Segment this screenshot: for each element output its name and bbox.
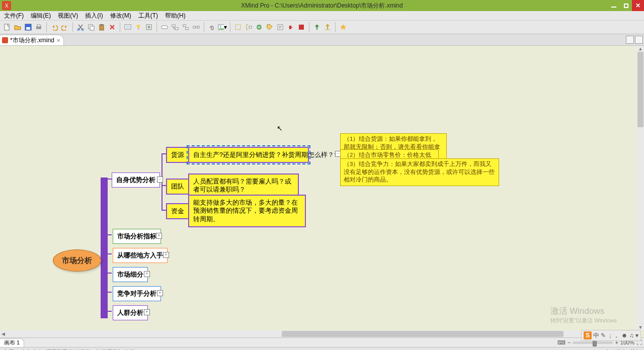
- brainstorm-button[interactable]: [133, 22, 143, 32]
- boundary-button[interactable]: [233, 22, 243, 32]
- svg-rect-12: [126, 26, 130, 28]
- ime-indicator: ⌨: [557, 339, 566, 346]
- view-minimize-icon[interactable]: [626, 36, 634, 44]
- audio-button[interactable]: [286, 22, 296, 32]
- delete-button[interactable]: [107, 22, 117, 32]
- floating-button[interactable]: [181, 22, 191, 32]
- share-button[interactable]: [312, 22, 322, 32]
- node-where-start[interactable]: 从哪些地方入手: [113, 248, 168, 263]
- paste-button[interactable]: [97, 22, 107, 32]
- redo-button[interactable]: [60, 22, 70, 32]
- node-fund-detail[interactable]: 能支持做多大的市场，多大的量？在预测销售量的情况下，要考虑资金周转周期。: [188, 195, 306, 227]
- watermark-line2: 转到"设置"以激活 Windows: [550, 317, 617, 324]
- node-self-analysis[interactable]: 自身优势分析: [112, 172, 160, 188]
- open-button[interactable]: [13, 22, 23, 32]
- toolbar-separator: [72, 22, 73, 32]
- menubar: 文件(F) 编辑(E) 视图(V) 插入(I) 修改(M) 工具(T) 帮助(H…: [0, 11, 644, 21]
- expand-toggle[interactable]: +: [156, 233, 162, 239]
- attachment-button[interactable]: [207, 22, 217, 32]
- canvas-area: 市场分析 自身优势分析 - 市场分析指标 + 从哪些地方入手 + 市场细分 + …: [0, 46, 644, 337]
- drilldown-button[interactable]: [144, 22, 154, 32]
- undo-button[interactable]: [49, 22, 59, 32]
- menu-file[interactable]: 文件(F): [2, 11, 26, 21]
- collapse-toggle[interactable]: -: [157, 177, 163, 183]
- node-source[interactable]: 货源: [166, 147, 189, 163]
- node-label: 自主生产?还是阿里分销进货？补货周期怎么样？: [193, 151, 334, 158]
- menu-help[interactable]: 帮助(H): [163, 11, 188, 21]
- relationship-button[interactable]: [191, 22, 201, 32]
- menu-modify[interactable]: 修改(M): [108, 11, 133, 21]
- sheet-bar: 画布 1 ⌨ − + 100% ⛶ S 中 ✎ ；， ☻ ♫ ▾: [0, 337, 644, 347]
- task-button[interactable]: [296, 22, 306, 32]
- cut-button[interactable]: [75, 22, 86, 32]
- svg-rect-2: [26, 27, 30, 30]
- zoom-out-icon[interactable]: −: [568, 339, 571, 345]
- svg-rect-17: [172, 25, 175, 27]
- toolbar-separator: [120, 22, 120, 32]
- expand-toggle[interactable]: +: [157, 290, 163, 296]
- view-maximize-icon[interactable]: [635, 36, 643, 44]
- svg-rect-31: [101, 178, 108, 318]
- subtopic-button[interactable]: [170, 22, 180, 32]
- windows-activation-watermark: 激活 Windows 转到"设置"以激活 Windows: [550, 305, 617, 324]
- node-label: 人员配置都有吗？需要雇人吗？或者可以请兼职吗？: [193, 178, 291, 193]
- node-label: 市场细分: [117, 271, 143, 278]
- svg-rect-16: [162, 26, 168, 29]
- new-button[interactable]: [2, 22, 12, 32]
- topic-button[interactable]: [159, 22, 170, 32]
- root-node[interactable]: 市场分析: [53, 249, 101, 272]
- scroll-up-icon[interactable]: ▲: [637, 46, 644, 52]
- ime-mode-label[interactable]: 中: [593, 331, 599, 340]
- svg-rect-0: [5, 24, 9, 30]
- hscroll-thumb[interactable]: [282, 331, 564, 337]
- node-label: 竞争对手分析: [117, 290, 156, 297]
- menu-edit[interactable]: 编辑(E): [29, 11, 53, 21]
- upload-button[interactable]: [323, 22, 333, 32]
- node-market-metrics[interactable]: 市场分析指标: [113, 229, 161, 244]
- menu-view[interactable]: 视图(V): [56, 11, 80, 21]
- svg-point-13: [137, 25, 140, 28]
- vertical-scrollbar[interactable]: ▲ ▼: [637, 46, 644, 330]
- copy-button[interactable]: [86, 22, 96, 32]
- svg-point-24: [220, 26, 221, 27]
- menu-tools[interactable]: 工具(T): [136, 11, 160, 21]
- node-crowd[interactable]: 人群分析: [113, 305, 148, 320]
- presentation-button[interactable]: [123, 22, 133, 32]
- svg-rect-22: [197, 26, 199, 28]
- sheet-tab[interactable]: 画布 1: [0, 338, 24, 347]
- window-close-button[interactable]: [632, 0, 644, 11]
- expand-toggle[interactable]: +: [163, 252, 169, 258]
- print-button[interactable]: [34, 22, 44, 32]
- vscroll-thumb[interactable]: [637, 52, 643, 127]
- ime-buttons[interactable]: ✎ ；， ☻ ♫ ▾: [601, 331, 638, 340]
- document-tab[interactable]: *市场分析.xmind ✕: [0, 35, 64, 45]
- menu-insert[interactable]: 插入(I): [83, 11, 105, 21]
- pro-button[interactable]: [338, 22, 348, 32]
- node-source-detail[interactable]: 自主生产?还是阿里分销进货？补货周期怎么样？: [188, 147, 309, 163]
- node-market-segment[interactable]: 市场细分: [113, 267, 148, 282]
- expand-toggle[interactable]: +: [144, 271, 150, 277]
- document-tab-close-icon[interactable]: ✕: [56, 38, 60, 43]
- image-button[interactable]: ▾: [217, 22, 227, 32]
- scroll-left-icon[interactable]: ◀: [0, 330, 6, 337]
- mindmap-canvas[interactable]: 市场分析 自身优势分析 - 市场分析指标 + 从哪些地方入手 + 市场细分 + …: [0, 46, 637, 330]
- node-team[interactable]: 团队: [166, 179, 189, 195]
- window-minimize-button[interactable]: [608, 0, 620, 11]
- horizontal-scrollbar[interactable]: ◀ ▶: [0, 330, 637, 337]
- window-maximize-button[interactable]: [620, 0, 632, 11]
- note-3[interactable]: （3）结合竞争力：如果大家都卖到成千上万件，而我又没有足够的运作资本，没有优势货…: [340, 158, 499, 186]
- sheet-tab-label: 画布 1: [4, 339, 20, 346]
- label-button[interactable]: [265, 22, 275, 32]
- save-button[interactable]: [23, 22, 33, 32]
- notes-button[interactable]: [275, 22, 285, 32]
- zoom-slider[interactable]: [573, 341, 613, 344]
- summary-button[interactable]: [244, 22, 254, 32]
- ime-toolbar[interactable]: S 中 ✎ ；， ☻ ♫ ▾: [581, 330, 641, 341]
- svg-rect-4: [37, 25, 40, 27]
- hyperlink-button[interactable]: [254, 22, 264, 32]
- node-competitor[interactable]: 竞争对手分析: [113, 286, 161, 301]
- toolbar-separator: [335, 22, 336, 32]
- node-label: 人群分析: [117, 309, 143, 316]
- expand-toggle[interactable]: +: [144, 309, 150, 315]
- node-fund[interactable]: 资金: [166, 203, 189, 219]
